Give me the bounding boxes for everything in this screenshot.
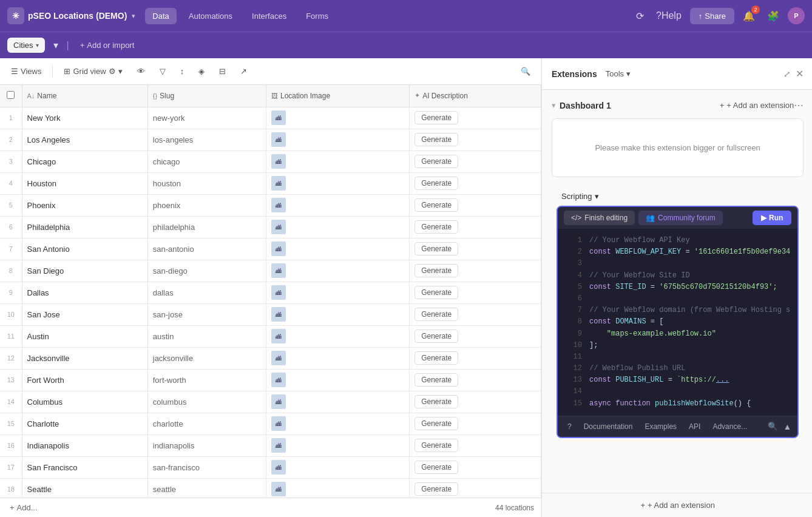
slug-cell[interactable]: new-york	[147, 107, 266, 129]
slug-cell[interactable]: seattle	[147, 478, 266, 498]
slug-cell[interactable]: chicago	[147, 150, 266, 172]
external-btn[interactable]: ↗	[237, 64, 251, 78]
documentation-tab[interactable]: Documentation	[580, 420, 637, 433]
slug-cell[interactable]: philadelphia	[147, 216, 266, 238]
sort-btn[interactable]: ↕	[177, 64, 188, 78]
name-cell[interactable]: Houston	[22, 172, 147, 194]
name-cell[interactable]: San Diego	[22, 260, 147, 282]
ai-cell[interactable]: Generate	[410, 413, 541, 434]
add-row-btn[interactable]: + Add...	[7, 501, 40, 515]
image-cell[interactable]: 🏙	[266, 369, 410, 391]
image-cell[interactable]: 🏙	[266, 107, 410, 129]
ai-cell[interactable]: Generate	[410, 303, 541, 325]
name-cell[interactable]: Jacksonville	[22, 347, 147, 369]
name-cell[interactable]: San Francisco	[22, 456, 147, 478]
ai-cell[interactable]: Generate	[410, 194, 541, 216]
api-tab[interactable]: API	[685, 420, 704, 433]
name-cell[interactable]: San Jose	[22, 303, 147, 325]
slug-cell[interactable]: san-francisco	[147, 456, 266, 478]
cities-tab[interactable]: Cities ▾	[7, 38, 45, 53]
generate-btn[interactable]: Generate	[414, 286, 458, 299]
generate-btn[interactable]: Generate	[414, 264, 458, 277]
image-cell[interactable]: 🏙	[266, 478, 410, 498]
slug-cell[interactable]: charlotte	[147, 413, 266, 434]
puzzle-btn[interactable]: 🧩	[763, 7, 783, 25]
run-btn[interactable]: ▶ Run	[753, 211, 791, 225]
hide-btn[interactable]: 👁	[134, 64, 149, 78]
close-panel-btn[interactable]: ✕	[796, 68, 804, 79]
history-icon-btn[interactable]: ⟳	[632, 7, 648, 25]
image-cell[interactable]: 🏙	[266, 129, 410, 150]
image-cell[interactable]: 🏙	[266, 413, 410, 434]
slug-cell[interactable]: austin	[147, 325, 266, 347]
name-cell[interactable]: Fort Worth	[22, 369, 147, 391]
generate-btn[interactable]: Generate	[414, 395, 458, 408]
generate-btn[interactable]: Generate	[414, 111, 458, 124]
image-cell[interactable]: 🏙	[266, 216, 410, 238]
image-cell[interactable]: 🏙	[266, 172, 410, 194]
row-height-btn[interactable]: ⊟	[215, 64, 229, 78]
slug-cell[interactable]: jacksonville	[147, 347, 266, 369]
ai-cell[interactable]: Generate	[410, 238, 541, 260]
notification-btn[interactable]: 🔔 2	[739, 7, 759, 25]
image-cell[interactable]: 🏙	[266, 238, 410, 260]
ai-cell[interactable]: Generate	[410, 478, 541, 498]
nav-forms[interactable]: Forms	[299, 8, 336, 24]
examples-tab[interactable]: Examples	[641, 420, 680, 433]
generate-btn[interactable]: Generate	[414, 329, 458, 343]
name-cell[interactable]: Philadelphia	[22, 216, 147, 238]
image-cell[interactable]: 🏙	[266, 456, 410, 478]
nav-interfaces[interactable]: Interfaces	[245, 8, 294, 24]
image-cell[interactable]: 🏙	[266, 391, 410, 413]
name-cell[interactable]: Los Angeles	[22, 129, 147, 150]
image-cell[interactable]: 🏙	[266, 325, 410, 347]
generate-btn[interactable]: Generate	[414, 220, 458, 234]
generate-btn[interactable]: Generate	[414, 439, 458, 452]
slug-cell[interactable]: dallas	[147, 282, 266, 303]
slug-cell[interactable]: columbus	[147, 391, 266, 413]
view-toggle-btn[interactable]: ▾	[50, 36, 62, 55]
finish-editing-btn[interactable]: </> Finish editing	[564, 211, 635, 225]
ai-cell[interactable]: Generate	[410, 434, 541, 456]
image-cell[interactable]: 🏙	[266, 194, 410, 216]
slug-cell[interactable]: fort-worth	[147, 369, 266, 391]
help-btn[interactable]: ? Help	[652, 7, 685, 25]
nav-data[interactable]: Data	[145, 8, 176, 24]
generate-btn[interactable]: Generate	[414, 461, 458, 474]
generate-btn[interactable]: Generate	[414, 308, 458, 321]
name-cell[interactable]: Charlotte	[22, 413, 147, 434]
grid-view-btn[interactable]: ⊞ Grid view ⚙ ▾	[60, 64, 126, 78]
code-expand-btn[interactable]: ▲	[783, 422, 791, 431]
ai-cell[interactable]: Generate	[410, 260, 541, 282]
select-all-checkbox[interactable]	[7, 91, 15, 99]
nav-automations[interactable]: Automations	[181, 8, 240, 24]
name-cell[interactable]: Seattle	[22, 478, 147, 498]
generate-btn[interactable]: Generate	[414, 198, 458, 212]
code-area[interactable]: 1// Your Webflow API Key2const WEBFLOW_A…	[558, 229, 797, 416]
slug-cell[interactable]: houston	[147, 172, 266, 194]
ai-cell[interactable]: Generate	[410, 369, 541, 391]
image-cell[interactable]: 🏙	[266, 282, 410, 303]
ai-cell[interactable]: Generate	[410, 325, 541, 347]
ai-cell[interactable]: Generate	[410, 282, 541, 303]
ai-cell[interactable]: Generate	[410, 456, 541, 478]
generate-btn[interactable]: Generate	[414, 133, 458, 146]
dashboard-options-btn[interactable]: ⋯	[794, 100, 804, 111]
code-search-btn[interactable]: 🔍	[768, 422, 778, 431]
slug-cell[interactable]: phoenix	[147, 194, 266, 216]
generate-btn[interactable]: Generate	[414, 155, 458, 168]
search-btn[interactable]: 🔍	[517, 64, 534, 78]
ai-cell[interactable]: Generate	[410, 107, 541, 129]
slug-cell[interactable]: san-diego	[147, 260, 266, 282]
name-cell[interactable]: Columbus	[22, 391, 147, 413]
add-import-btn[interactable]: + Add or import	[74, 38, 141, 53]
generate-btn[interactable]: Generate	[414, 242, 458, 255]
ai-cell[interactable]: Generate	[410, 347, 541, 369]
color-btn[interactable]: ◈	[195, 64, 208, 78]
ai-cell[interactable]: Generate	[410, 150, 541, 172]
slug-cell[interactable]: indianapolis	[147, 434, 266, 456]
generate-btn[interactable]: Generate	[414, 351, 458, 365]
image-cell[interactable]: 🏙	[266, 150, 410, 172]
image-cell[interactable]: 🏙	[266, 347, 410, 369]
add-ext-bottom-btn[interactable]: + + Add an extension	[640, 501, 715, 510]
